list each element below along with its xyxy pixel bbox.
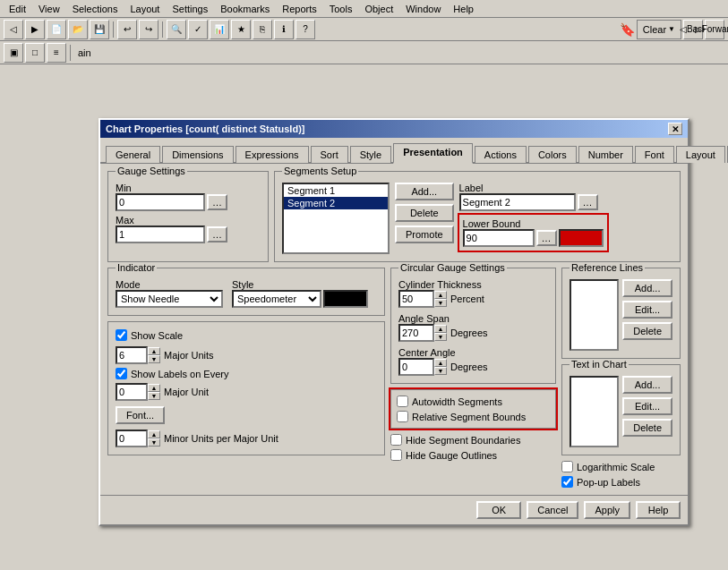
segment-label-input[interactable]	[459, 193, 576, 211]
font-btn[interactable]: Font...	[116, 406, 165, 424]
center-angle-input[interactable]	[398, 358, 434, 376]
toolbar-copy-btn[interactable]: ⎘	[253, 20, 272, 39]
angle-span-up-btn[interactable]: ▲	[434, 325, 447, 333]
style-color-swatch[interactable]	[323, 290, 368, 308]
center-angle-down-btn[interactable]: ▼	[434, 367, 447, 375]
segment-label-browse-btn[interactable]: …	[578, 194, 598, 210]
relative-checkbox[interactable]	[397, 411, 408, 422]
lower-bound-browse-btn[interactable]: …	[536, 230, 557, 246]
promote-segment-btn[interactable]: Promote	[395, 225, 454, 243]
tab-sort[interactable]: Sort	[311, 146, 348, 163]
minor-units-down-btn[interactable]: ▼	[148, 438, 160, 447]
tb2-btn2[interactable]: □	[25, 43, 45, 63]
delete-text-btn[interactable]: Delete	[622, 419, 672, 437]
tab-actions[interactable]: Actions	[475, 146, 527, 163]
show-scale-label[interactable]: Show Scale	[131, 330, 183, 341]
dialog-close-button[interactable]: ✕	[668, 123, 682, 135]
min-input[interactable]	[116, 193, 205, 211]
lower-bound-color-swatch[interactable]	[559, 229, 604, 247]
minor-units-up-btn[interactable]: ▲	[148, 430, 160, 438]
major-units-up-btn[interactable]: ▲	[148, 347, 160, 355]
segment-1-item[interactable]: Segment 1	[284, 184, 388, 197]
toolbar-forward-btn[interactable]: ▶	[25, 20, 45, 39]
menu-view[interactable]: View	[33, 2, 65, 16]
clear-button[interactable]: Clear ▼	[637, 20, 681, 39]
clear-dropdown-icon[interactable]: ▼	[668, 25, 675, 33]
tab-expressions[interactable]: Expressions	[236, 146, 309, 163]
mode-select[interactable]: Show Needle	[116, 290, 223, 308]
help-button[interactable]: Help	[636, 501, 681, 519]
tb2-btn1[interactable]: ▣	[4, 43, 23, 63]
toolbar-check-btn[interactable]: ✓	[188, 20, 208, 39]
major-unit-down-btn[interactable]: ▼	[148, 392, 160, 400]
major-unit-up-btn[interactable]: ▲	[148, 384, 160, 392]
delete-ref-btn[interactable]: Delete	[622, 322, 672, 340]
toolbar-star-btn[interactable]: ★	[231, 20, 251, 39]
tab-font[interactable]: Font	[635, 146, 674, 163]
major-units-input[interactable]	[116, 346, 148, 364]
toolbar-chart-btn[interactable]: 📊	[210, 20, 229, 39]
min-browse-btn[interactable]: …	[207, 194, 227, 210]
apply-button[interactable]: Apply	[584, 501, 630, 519]
popup-label[interactable]: Pop-up Labels	[577, 477, 640, 488]
angle-span-down-btn[interactable]: ▼	[434, 333, 447, 341]
tab-layout[interactable]: Layout	[676, 146, 725, 163]
menu-reports[interactable]: Reports	[277, 2, 322, 16]
delete-segment-btn[interactable]: Delete	[395, 204, 454, 222]
toolbar-open-btn[interactable]: 📂	[68, 20, 88, 39]
lower-bound-input[interactable]	[463, 229, 535, 247]
toolbar-search-btn[interactable]: 🔍	[167, 20, 186, 39]
hide-outlines-checkbox[interactable]	[390, 449, 402, 461]
toolbar-help-btn[interactable]: ?	[295, 20, 315, 39]
segments-listbox[interactable]: Segment 1 Segment 2	[282, 183, 390, 254]
add-segment-btn[interactable]: Add...	[395, 183, 454, 200]
segment-2-item[interactable]: Segment 2	[284, 197, 388, 209]
center-angle-up-btn[interactable]: ▲	[434, 359, 447, 367]
cancel-button[interactable]: Cancel	[527, 501, 578, 519]
show-labels-label[interactable]: Show Labels on Every	[131, 369, 228, 379]
max-input[interactable]	[116, 225, 205, 243]
menu-help[interactable]: Help	[448, 2, 479, 16]
show-scale-checkbox[interactable]	[116, 329, 127, 341]
angle-span-input[interactable]	[398, 324, 434, 342]
add-ref-btn[interactable]: Add...	[622, 279, 672, 297]
tab-dimensions[interactable]: Dimensions	[162, 146, 233, 163]
cylinder-down-btn[interactable]: ▼	[434, 299, 447, 307]
edit-text-btn[interactable]: Edit...	[622, 397, 672, 415]
toolbar-save-btn[interactable]: 💾	[90, 20, 109, 39]
tab-presentation[interactable]: Presentation	[393, 143, 473, 164]
forward-nav-btn[interactable]: ▷ Forward	[705, 20, 724, 39]
menu-bookmarks[interactable]: Bookmarks	[215, 2, 275, 16]
hide-boundaries-checkbox[interactable]	[390, 434, 402, 446]
logarithmic-checkbox[interactable]	[561, 461, 573, 472]
tab-general[interactable]: General	[106, 146, 160, 163]
max-browse-btn[interactable]: …	[207, 226, 227, 242]
tab-style[interactable]: Style	[350, 146, 391, 163]
menu-selections[interactable]: Selections	[67, 2, 124, 16]
toolbar-back-btn[interactable]: ◁	[4, 20, 23, 39]
autowidth-label[interactable]: Autowidth Segments	[412, 396, 502, 407]
cylinder-input[interactable]	[398, 290, 434, 308]
style-select[interactable]: Speedometer	[232, 290, 321, 308]
add-text-btn[interactable]: Add...	[622, 376, 672, 394]
toolbar-undo-btn[interactable]: ↩	[117, 20, 137, 39]
menu-window[interactable]: Window	[400, 2, 446, 16]
cylinder-up-btn[interactable]: ▲	[434, 291, 447, 299]
minor-units-input[interactable]	[116, 430, 148, 447]
tb2-btn3[interactable]: ≡	[47, 43, 66, 63]
major-units-down-btn[interactable]: ▼	[148, 355, 160, 363]
toolbar-redo-btn[interactable]: ↪	[139, 20, 158, 39]
relative-label[interactable]: Relative Segment Bounds	[412, 412, 526, 422]
tab-number[interactable]: Number	[578, 146, 633, 163]
toolbar-info-btn[interactable]: ℹ	[274, 20, 294, 39]
menu-layout[interactable]: Layout	[124, 2, 165, 16]
hide-outlines-label[interactable]: Hide Gauge Outlines	[406, 450, 497, 461]
major-unit-input[interactable]	[116, 383, 148, 401]
ok-button[interactable]: OK	[476, 501, 521, 519]
tab-colors[interactable]: Colors	[528, 146, 577, 163]
logarithmic-label[interactable]: Logarithmic Scale	[577, 462, 655, 472]
menu-settings[interactable]: Settings	[167, 2, 213, 16]
popup-checkbox[interactable]	[561, 476, 573, 488]
toolbar-new-btn[interactable]: 📄	[47, 20, 66, 39]
autowidth-checkbox[interactable]	[397, 396, 408, 407]
